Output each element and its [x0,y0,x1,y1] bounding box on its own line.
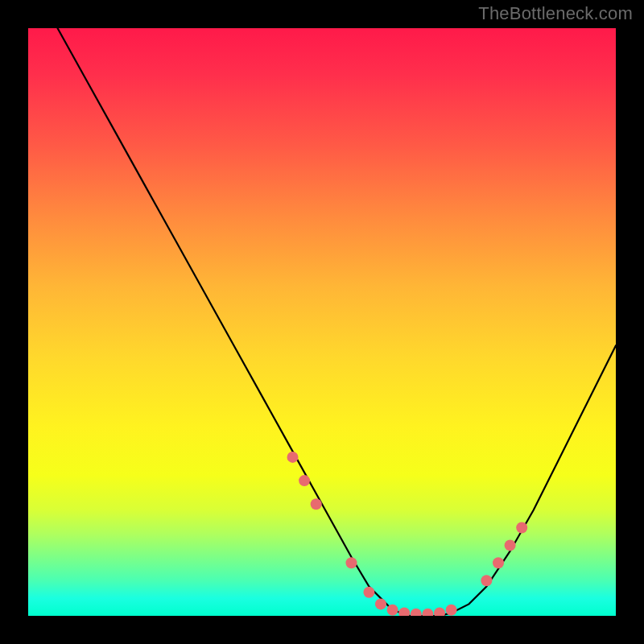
curve-marker [505,539,516,551]
curve-marker [387,605,398,616]
curve-marker [346,557,357,568]
curve-marker [446,605,457,616]
curve-marker [516,522,527,534]
curve-marker [287,452,299,463]
curve-marker [363,587,374,598]
curve-marker [493,557,504,568]
curve-marker [411,609,422,616]
bottleneck-curve-path [58,28,617,616]
curve-marker [375,598,386,609]
curve-marker [481,575,492,586]
chart-plot-area [28,28,616,616]
marker-group [287,452,528,616]
curve-marker [311,498,322,510]
curve-marker [299,475,310,486]
curve-marker [398,607,410,616]
curve-marker [422,609,433,616]
attribution-label: TheBottleneck.com [478,3,633,24]
curve-marker [434,607,445,616]
bottleneck-curve-svg [28,28,616,616]
